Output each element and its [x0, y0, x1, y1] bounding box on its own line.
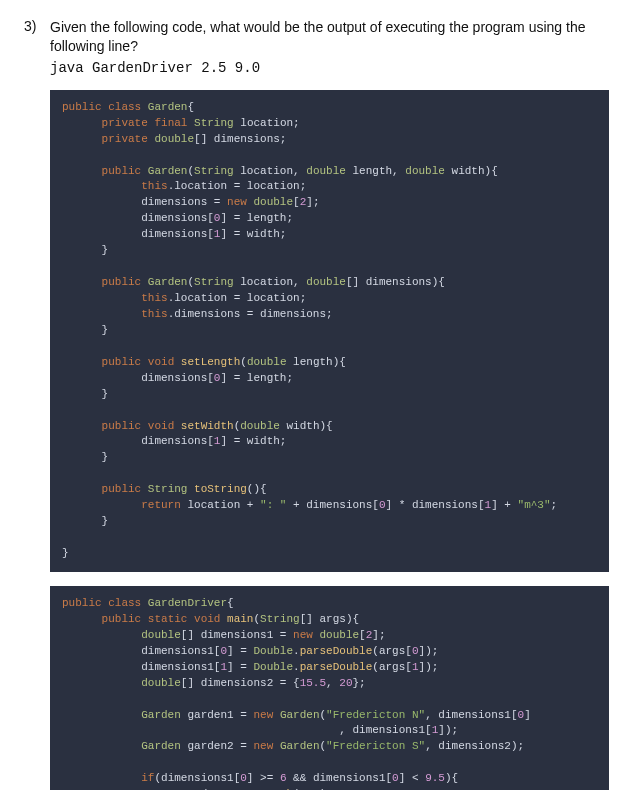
code-token-id: garden1 = [187, 709, 253, 721]
code-token-kw: private [102, 117, 148, 129]
code-token-id: dimensions2 = { [201, 677, 300, 689]
code-token-type: double [319, 629, 359, 641]
code-token-kw: public [102, 356, 142, 368]
code-token-id: dimensions[ [141, 228, 214, 240]
code-block-gardendriver: public class GardenDriver{ public static… [50, 586, 609, 790]
code-token-punct: ( [372, 661, 379, 673]
code-token-id: ] < [399, 772, 425, 784]
code-token-id: ] [438, 724, 445, 736]
code-token-type: String [260, 613, 300, 625]
code-token-type: Garden [148, 165, 188, 177]
code-token-id: dimensions[ [141, 212, 214, 224]
code-token-fn: toString [194, 483, 247, 495]
code-token-num: 9.5 [425, 772, 445, 784]
question-number: 3) [24, 18, 42, 34]
code-token-id: ] = [227, 661, 253, 673]
code-token-id: , [326, 677, 339, 689]
code-token-kw: this [141, 180, 167, 192]
code-token-num: 20 [339, 677, 352, 689]
command-line: java GardenDriver 2.5 9.0 [50, 60, 609, 76]
code-token-fn: parseDouble [300, 645, 373, 657]
code-token-id: garden2 = [187, 740, 253, 752]
code-token-punct: ]; [306, 196, 319, 208]
code-token-punct: . [293, 661, 300, 673]
code-token-punct: ( [372, 645, 379, 657]
code-token-punct: [] [181, 629, 194, 641]
code-token-type: String [194, 117, 234, 129]
code-token-kw: new [253, 709, 273, 721]
code-token-kw: void [148, 420, 174, 432]
code-token-num: 1 [412, 661, 419, 673]
code-token-type: String [194, 276, 234, 288]
code-token-id: ] = width; [220, 228, 286, 240]
code-token-id: ] = [227, 645, 253, 657]
code-token-type: Garden [141, 740, 181, 752]
code-token-punct: ); [445, 724, 458, 736]
code-token-id: width [452, 165, 485, 177]
code-token-id: ] >= [247, 772, 280, 784]
code-token-punct: . [293, 645, 300, 657]
code-token-kw: if [141, 772, 154, 784]
code-token-id: , dimensions2 [425, 740, 511, 752]
code-token-num: 15.5 [300, 677, 326, 689]
code-token-fn: parseDouble [300, 661, 373, 673]
code-block-garden: public class Garden{ private final Strin… [50, 90, 609, 572]
code-token-id: dimensions = dimensions; [174, 308, 332, 320]
code-token-id: dimensions[ [141, 372, 214, 384]
code-token-kw: void [148, 356, 174, 368]
code-token-id: location, [240, 276, 306, 288]
code-token-punct: ; [551, 499, 558, 511]
code-token-kw: public [102, 483, 142, 495]
code-token-id: ] = length; [220, 372, 293, 384]
code-token-punct: } [102, 451, 109, 463]
code-token-num: 0 [412, 645, 419, 657]
code-token-type: Garden [148, 101, 188, 113]
code-token-id: args[ [379, 645, 412, 657]
code-token-id: ] + [491, 499, 517, 511]
question-prompt: Given the following code, what would be … [50, 18, 609, 56]
code-token-kw: new [293, 629, 313, 641]
code-token-punct: ){ [445, 772, 458, 784]
code-token-id: dimensions = [141, 196, 227, 208]
code-token-id: ] * dimensions[ [386, 499, 485, 511]
code-token-type: double [154, 133, 194, 145]
question-header: 3) Given the following code, what would … [24, 18, 609, 56]
code-token-punct: [] [181, 677, 194, 689]
code-token-punct: ){ [485, 165, 498, 177]
code-token-id: ] = length; [220, 212, 293, 224]
code-token-punct: (){ [247, 483, 267, 495]
code-token-id: && dimensions1[ [286, 772, 392, 784]
code-token-punct: ( [240, 356, 247, 368]
code-token-punct: } [102, 515, 109, 527]
code-token-kw: public [102, 165, 142, 177]
code-token-type: double [247, 356, 287, 368]
code-token-punct: } [102, 388, 109, 400]
code-token-punct: [] [194, 133, 207, 145]
code-token-kw: class [108, 101, 141, 113]
code-token-type: double [253, 196, 293, 208]
code-token-id: args [320, 613, 346, 625]
code-token-str: ": " [260, 499, 286, 511]
code-token-fn: main [227, 613, 253, 625]
code-token-id: ] = width; [220, 435, 286, 447]
code-token-punct: [] [346, 276, 359, 288]
code-token-kw: return [141, 499, 181, 511]
code-token-kw: public [62, 597, 102, 609]
code-token-kw: void [194, 613, 220, 625]
code-token-fn: setLength [181, 356, 240, 368]
code-token-kw: this [141, 308, 167, 320]
code-token-punct: [ [293, 196, 300, 208]
code-token-kw: this [141, 292, 167, 304]
code-token-kw: private [102, 133, 148, 145]
code-token-id: length, [353, 165, 406, 177]
code-token-id: location, [240, 165, 306, 177]
code-token-kw: final [154, 117, 187, 129]
code-token-type: double [405, 165, 445, 177]
code-token-punct: ){ [320, 420, 333, 432]
code-token-type: Garden [141, 709, 181, 721]
code-token-punct: } [102, 244, 109, 256]
code-token-str: "Fredericton S" [326, 740, 425, 752]
code-token-id: location = location; [174, 180, 306, 192]
code-token-num: 0 [240, 772, 247, 784]
code-token-type: Garden [148, 276, 188, 288]
